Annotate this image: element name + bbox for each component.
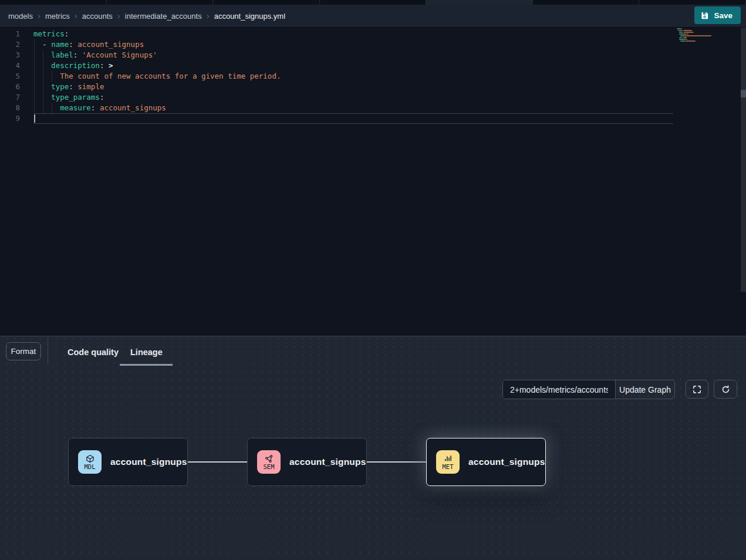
indent-guide — [52, 71, 52, 82]
node-type-badge: SEM — [257, 450, 281, 474]
tab-code-quality[interactable]: Code quality — [67, 348, 119, 357]
top-tab-strip — [0, 0, 746, 5]
bar-chart-icon — [444, 454, 453, 463]
lineage-node-mdl[interactable]: MDLaccount_signups — [68, 438, 188, 486]
indent-guide — [34, 39, 35, 113]
node-type-label: SEM — [264, 464, 275, 470]
top-tab[interactable] — [0, 0, 107, 5]
code-line[interactable]: 2 - name: account_signups — [0, 39, 746, 50]
code-text: label: 'Account Signups' — [33, 50, 157, 60]
line-number: 6 — [0, 82, 20, 92]
node-label: account_signups — [289, 457, 366, 467]
bottom-panel: Format Code qualityLineage Update Graph — [0, 336, 746, 560]
lineage-selector-input[interactable] — [503, 380, 615, 399]
line-number: 8 — [0, 103, 20, 113]
fullscreen-icon — [692, 384, 702, 394]
code-editor[interactable]: 1metrics:2 - name: account_signups3 labe… — [0, 28, 746, 336]
code-text: metrics: — [33, 29, 69, 39]
node-label: account_signups — [110, 457, 187, 467]
breadcrumb-item[interactable]: account_signups.yml — [214, 12, 285, 21]
panel-header-divider — [48, 338, 48, 365]
current-line-highlight — [33, 113, 673, 124]
refresh-icon — [721, 384, 731, 394]
breadcrumb-item[interactable]: metrics — [45, 12, 70, 21]
update-graph-button[interactable]: Update Graph — [615, 380, 674, 399]
node-label: account_signups — [468, 457, 545, 467]
code-line[interactable]: 6 type: simple — [0, 82, 746, 92]
editor-scrollbar[interactable] — [741, 28, 746, 292]
semantic-graph-icon — [265, 454, 274, 463]
node-type-label: MDL — [85, 464, 96, 470]
breadcrumb-item[interactable]: accounts — [82, 12, 113, 21]
line-number: 4 — [0, 60, 20, 71]
lineage-edge — [188, 461, 247, 463]
top-tab[interactable] — [533, 0, 640, 5]
lineage-selector-group: Update Graph — [502, 380, 675, 399]
code-line[interactable]: 1metrics: — [0, 29, 746, 39]
tab-lineage[interactable]: Lineage — [130, 348, 163, 357]
chevron-right-icon: › — [207, 11, 210, 21]
code-text: - name: account_signups — [33, 39, 144, 50]
format-button[interactable]: Format — [6, 342, 41, 360]
text-cursor — [34, 114, 35, 123]
node-type-badge: MDL — [78, 450, 102, 474]
code-line[interactable]: 3 label: 'Account Signups' — [0, 50, 746, 60]
fullscreen-button[interactable] — [686, 380, 708, 399]
line-number: 1 — [0, 29, 20, 39]
top-tab[interactable] — [213, 0, 320, 5]
node-type-badge: MET — [436, 450, 460, 474]
save-button-label: Save — [714, 11, 733, 20]
code-text: type: simple — [33, 82, 104, 92]
line-number: 3 — [0, 50, 20, 60]
breadcrumb-item[interactable]: intermediate_accounts — [125, 12, 202, 21]
save-button[interactable]: Save — [694, 6, 741, 24]
code-line[interactable]: 8 measure: account_signups — [0, 103, 746, 113]
top-tab[interactable] — [320, 0, 427, 5]
code-line[interactable]: 5 The count of new accounts for a given … — [0, 71, 746, 82]
minimap-line — [677, 42, 712, 44]
line-number: 2 — [0, 39, 20, 50]
breadcrumb-item[interactable]: models — [8, 12, 33, 21]
app-window: models›metrics›accounts›intermediate_acc… — [0, 0, 746, 560]
line-number: 7 — [0, 92, 20, 103]
code-text: measure: account_signups — [33, 103, 166, 113]
breadcrumb: models›metrics›accounts›intermediate_acc… — [0, 5, 746, 28]
minimap[interactable] — [677, 28, 712, 44]
node-type-label: MET — [443, 464, 454, 470]
lineage-edge — [367, 461, 426, 463]
scrollbar-handle[interactable] — [741, 90, 746, 97]
lineage-node-met[interactable]: METaccount_signups — [426, 438, 546, 486]
line-number: 5 — [0, 71, 20, 82]
chevron-right-icon: › — [75, 11, 77, 21]
line-number: 9 — [0, 113, 20, 124]
top-tab[interactable] — [639, 0, 746, 5]
save-icon — [700, 11, 709, 20]
code-line[interactable]: 7 type_params: — [0, 92, 746, 103]
cube-icon — [86, 454, 94, 463]
indent-guide — [43, 50, 43, 113]
top-tab[interactable] — [107, 0, 214, 5]
top-tab[interactable] — [426, 0, 533, 5]
code-text: type_params: — [33, 92, 104, 103]
indent-guide — [52, 103, 52, 113]
chevron-right-icon: › — [38, 11, 40, 21]
refresh-button[interactable] — [714, 380, 737, 399]
lineage-node-sem[interactable]: SEMaccount_signups — [247, 438, 367, 486]
code-text: description: > — [33, 60, 113, 71]
chevron-right-icon: › — [117, 11, 120, 21]
code-line[interactable]: 4 description: > — [0, 60, 746, 71]
code-text: The count of new accounts for a given ti… — [33, 71, 281, 82]
